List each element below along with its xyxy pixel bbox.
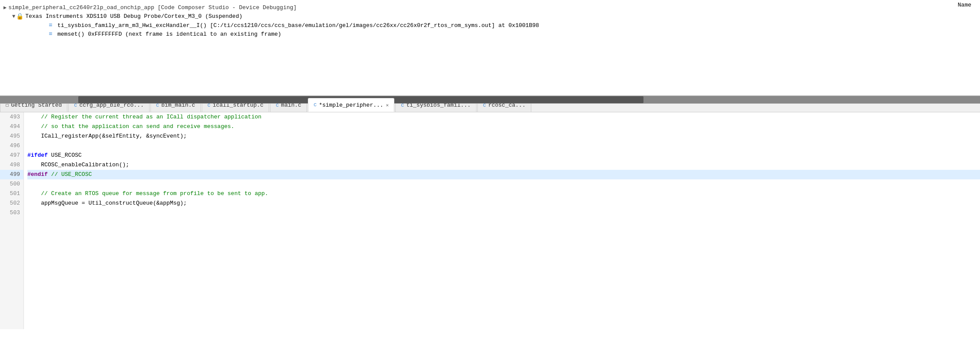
comment-493: // Register the current thread as an ICa… [27,114,261,120]
frame-indicator-1 [49,22,56,29]
code-495: ICall_registerApp(&selfEntity, &syncEven… [27,133,187,139]
line-num-500: 500 [0,179,23,189]
line-num-501: 501 [0,189,23,199]
line-num-495: 495 [0,131,23,141]
debug-suspended-row[interactable]: ▼ 🔒 Texas Instruments XDS110 USB Debug P… [12,12,977,21]
code-line-494: // so that the application can send and … [27,122,980,131]
code-498: RCOSC_enableCalibration(); [27,162,129,168]
line-num-498: 498 [0,160,23,170]
tab-simple-periph[interactable]: c *simple_peripher... ✕ [308,98,394,112]
name-col-label: Name [958,2,971,8]
frame2-label: memset() 0xFFFFFFFD (next frame is ident… [57,31,281,37]
code-line-501: // Create an RTOS queue for message from… [27,189,980,199]
code-line-499: #endif // USE_RCOSC [27,170,980,179]
comment-501: // Create an RTOS queue for message from… [27,190,268,197]
line-num-496: 496 [0,141,23,151]
line-num-499: 499 [0,170,23,179]
code-line-496 [27,141,980,151]
tab-simple-periph-label: *simple_peripher... [319,102,383,108]
code-line-500 [27,179,980,189]
line-num-493: 493 [0,112,23,122]
line-num-494: 494 [0,122,23,131]
line-numbers: 493 494 495 496 497 498 499 500 501 502 … [0,112,24,329]
line-num-502: 502 [0,199,23,208]
code-content[interactable]: // Register the current thread as an ICa… [24,112,980,329]
simple-periph-icon: c [313,102,317,108]
code-line-503 [27,208,980,218]
line-num-497: 497 [0,151,23,160]
horizontal-scrollbar[interactable] [0,96,980,104]
lock-icon: 🔒 [16,13,23,20]
code-line-498: RCOSC_enableCalibration(); [27,160,980,170]
comment-494: // so that the application can send and … [27,123,234,130]
frame1-label: ti_sysbios_family_arm_m3_Hwi_excHandler_… [57,22,539,29]
code-line-497: #ifdef USE_RCOSC [27,151,980,160]
comment-499: // USE_RCOSC [48,171,92,178]
debug-root-row[interactable]: ▶ simple_peripheral_cc2640r2lp_oad_onchi… [3,3,977,12]
line-num-503: 503 [0,208,23,218]
endif-kw: #endif [27,171,48,178]
expand-icon[interactable]: ▶ [3,4,7,11]
debug-root-label: simple_peripheral_cc2640r2lp_oad_onchip_… [8,4,297,11]
code-line-493: // Register the current thread as an ICa… [27,112,980,122]
code-editor: 493 494 495 496 497 498 499 500 501 502 … [0,112,980,329]
debug-frame2-row[interactable]: memset() 0xFFFFFFFD (next frame is ident… [21,30,977,38]
ifdef-kw: #ifdef [27,152,48,158]
code-line-502: appMsgQueue = Util_constructQueue(&appMs… [27,199,980,208]
code-line-495: ICall_registerApp(&selfEntity, &syncEven… [27,131,980,141]
tab-simple-periph-close[interactable]: ✕ [386,102,389,108]
suspended-label: Texas Instruments XDS110 USB Debug Probe… [25,13,242,20]
expand-icon-suspended[interactable]: ▼ [12,13,15,20]
frame-indicator-2 [49,30,56,37]
debug-panel: ▶ simple_peripheral_cc2640r2lp_oad_onchi… [0,0,980,96]
code-502: appMsgQueue = Util_constructQueue(&appMs… [27,200,187,206]
debug-frame1-row[interactable]: ti_sysbios_family_arm_m3_Hwi_excHandler_… [21,21,977,30]
debug-tree: ▶ simple_peripheral_cc2640r2lp_oad_onchi… [0,2,980,40]
code-497: USE_RCOSC [48,152,82,158]
